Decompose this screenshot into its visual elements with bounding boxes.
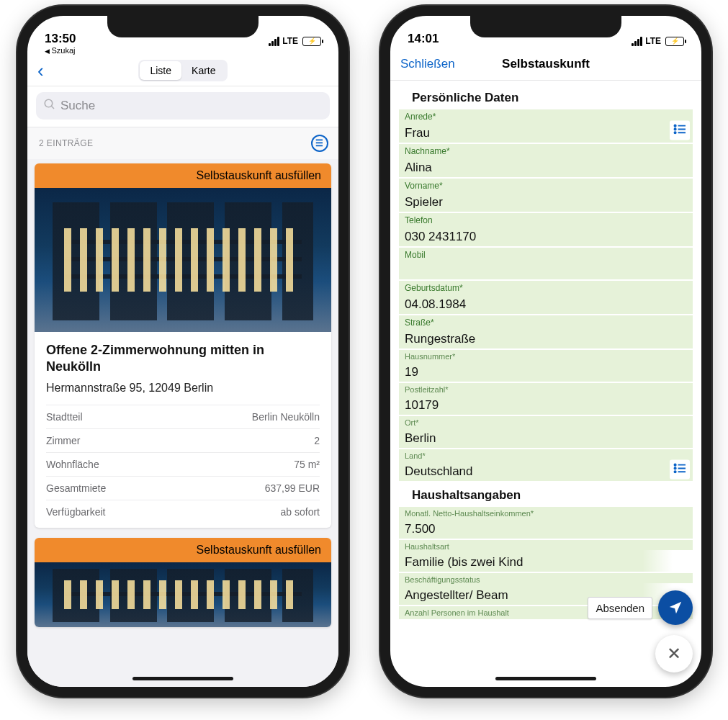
field-nachname[interactable]: Nachname* Alina bbox=[399, 144, 693, 177]
listing-address: Hermannstraße 95, 12049 Berlin bbox=[46, 382, 320, 395]
fab-send-button[interactable] bbox=[658, 590, 693, 625]
picker-icon[interactable] bbox=[670, 459, 690, 479]
listing-card[interactable]: Selbstauskunft ausfüllen Offene 2-Zimmer… bbox=[35, 163, 331, 528]
svg-point-6 bbox=[674, 132, 675, 133]
battery-icon: ⚡ bbox=[665, 37, 684, 46]
filter-button[interactable]: ☰ bbox=[311, 135, 328, 152]
status-time: 13:50 bbox=[45, 32, 76, 46]
form-area[interactable]: Persönliche Daten Anrede* Frau Nachname*… bbox=[390, 81, 701, 687]
prop-stadtteil: StadtteilBerlin Neukölln bbox=[46, 405, 320, 428]
svg-point-4 bbox=[674, 128, 675, 130]
prop-gesamtmiete: Gesamtmiete637,99 EUR bbox=[46, 476, 320, 500]
results-count-row: 2 EINTRÄGE ☰ bbox=[27, 127, 338, 159]
search-wrap: Suche bbox=[27, 86, 338, 127]
svg-point-10 bbox=[674, 467, 675, 469]
back-button[interactable]: ‹ bbox=[37, 59, 44, 81]
home-indicator bbox=[495, 677, 596, 680]
status-time: 14:01 bbox=[408, 32, 439, 46]
signal-icon bbox=[632, 37, 642, 46]
search-placeholder: Suche bbox=[60, 99, 95, 113]
notch bbox=[470, 13, 621, 37]
prop-wohnflaeche: Wohnfläche75 m² bbox=[46, 452, 320, 476]
field-mobil[interactable]: Mobil bbox=[399, 248, 693, 279]
page-title: Selbstauskunft bbox=[502, 57, 590, 71]
field-hausnummer[interactable]: Hausnummer* 19 bbox=[399, 350, 693, 382]
phone-right: 14:01 LTE ⚡ Schließen Selbstauskunft Per… bbox=[380, 6, 711, 697]
home-indicator bbox=[132, 677, 233, 680]
nav-bar: Schließen Selbstauskunft bbox=[390, 48, 701, 81]
svg-point-0 bbox=[45, 99, 53, 107]
status-right: LTE ⚡ bbox=[632, 36, 684, 46]
nav-bar: ‹ Liste Karte bbox=[27, 55, 338, 86]
svg-line-1 bbox=[51, 106, 54, 109]
fade-overlay bbox=[642, 550, 693, 572]
field-haushaltsart[interactable]: Haushaltsart Familie (bis zwei Kind bbox=[399, 540, 693, 572]
field-telefon[interactable]: Telefon 030 2431170 bbox=[399, 213, 693, 246]
picker-icon[interactable] bbox=[670, 120, 690, 140]
results-list[interactable]: Selbstauskunft ausfüllen Offene 2-Zimmer… bbox=[27, 159, 338, 695]
tab-liste[interactable]: Liste bbox=[140, 61, 181, 80]
field-einkommen[interactable]: Monatl. Netto-Haushaltseinkommen* 7.500 bbox=[399, 507, 693, 539]
banner-selbstauskunft[interactable]: Selbstauskunft ausfüllen bbox=[35, 538, 331, 562]
signal-icon bbox=[269, 37, 279, 46]
field-plz[interactable]: Postleitzahl* 10179 bbox=[399, 383, 693, 415]
section-household-heading: Haushaltsangaben bbox=[399, 482, 693, 507]
field-anrede[interactable]: Anrede* Frau bbox=[399, 109, 693, 143]
network-label: LTE bbox=[645, 36, 661, 46]
field-vorname[interactable]: Vorname* Spieler bbox=[399, 179, 693, 212]
svg-point-2 bbox=[674, 125, 675, 127]
results-count: 2 EINTRÄGE bbox=[39, 138, 93, 148]
field-land[interactable]: Land* Deutschland bbox=[399, 449, 693, 481]
close-button[interactable]: Schließen bbox=[400, 57, 455, 71]
listing-body: Offene 2-Zimmerwohnung mitten in Neuköll… bbox=[35, 332, 331, 528]
fab-send-row: Absenden bbox=[588, 590, 693, 625]
search-icon bbox=[43, 98, 56, 114]
banner-selbstauskunft[interactable]: Selbstauskunft ausfüllen bbox=[35, 163, 331, 188]
field-strasse[interactable]: Straße* Rungestraße bbox=[399, 315, 693, 348]
prop-verfuegbarkeit: Verfügbarkeitab sofort bbox=[46, 500, 320, 523]
listing-properties: StadtteilBerlin Neukölln Zimmer2 Wohnflä… bbox=[46, 405, 320, 523]
svg-point-8 bbox=[674, 464, 675, 466]
listing-title: Offene 2-Zimmerwohnung mitten in Neuköll… bbox=[46, 342, 320, 374]
fab-close-button[interactable]: ✕ bbox=[655, 635, 693, 672]
section-personal-heading: Persönliche Daten bbox=[399, 85, 693, 109]
field-geburtsdatum[interactable]: Geburtsdatum* 04.08.1984 bbox=[399, 281, 693, 314]
view-segmented: Liste Karte bbox=[138, 60, 227, 81]
status-right: LTE ⚡ bbox=[269, 36, 321, 46]
field-ort[interactable]: Ort* Berlin bbox=[399, 416, 693, 448]
tab-karte[interactable]: Karte bbox=[181, 61, 225, 80]
battery-icon: ⚡ bbox=[302, 37, 321, 46]
fab-send-label[interactable]: Absenden bbox=[588, 597, 652, 619]
prop-zimmer: Zimmer2 bbox=[46, 428, 320, 452]
listing-image bbox=[35, 188, 331, 332]
network-label: LTE bbox=[282, 36, 298, 46]
search-input[interactable]: Suche bbox=[36, 92, 330, 120]
notch bbox=[107, 13, 259, 37]
listing-image bbox=[35, 562, 331, 627]
svg-point-12 bbox=[674, 471, 675, 472]
phone-left: 13:50 LTE ⚡ Szukaj ‹ Liste Karte Suche 2… bbox=[17, 6, 349, 697]
listing-card[interactable]: Selbstauskunft ausfüllen bbox=[35, 538, 331, 627]
